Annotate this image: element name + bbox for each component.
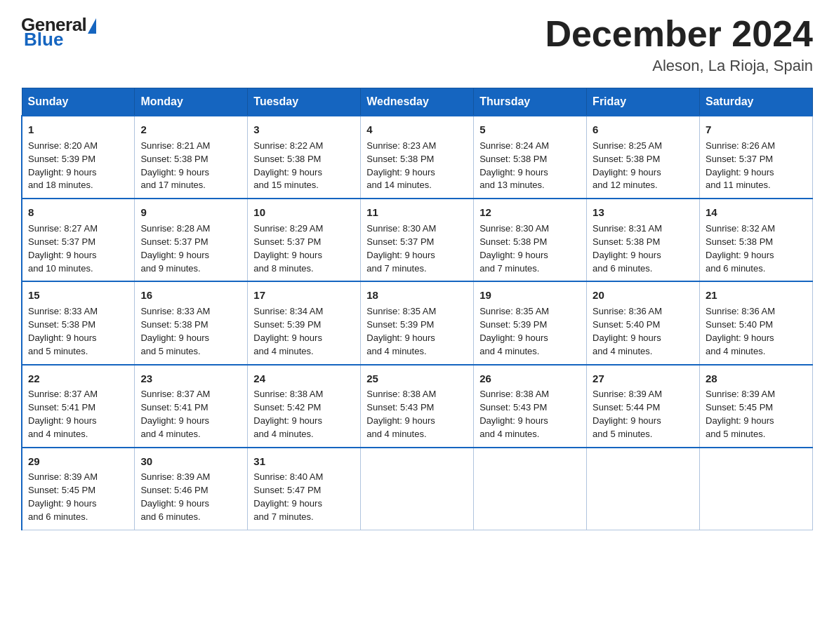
calendar-week-row: 8Sunrise: 8:27 AMSunset: 5:37 PMDaylight… [22,199,813,281]
day-info: Sunrise: 8:28 AMSunset: 5:37 PMDaylight:… [140,223,210,274]
day-info: Sunrise: 8:36 AMSunset: 5:40 PMDaylight:… [593,306,662,356]
column-header-monday: Monday [135,88,248,116]
day-info: Sunrise: 8:26 AMSunset: 5:37 PMDaylight:… [706,140,775,191]
day-info: Sunrise: 8:30 AMSunset: 5:37 PMDaylight:… [366,223,436,274]
day-info: Sunrise: 8:37 AMSunset: 5:41 PMDaylight:… [28,389,98,439]
day-info: Sunrise: 8:37 AMSunset: 5:41 PMDaylight:… [140,389,210,439]
calendar-cell: 1Sunrise: 8:20 AMSunset: 5:39 PMDaylight… [22,116,135,199]
calendar-week-row: 22Sunrise: 8:37 AMSunset: 5:41 PMDayligh… [22,365,813,448]
month-title: December 2024 [545,14,813,54]
calendar-cell: 22Sunrise: 8:37 AMSunset: 5:41 PMDayligh… [22,365,135,448]
calendar-table: SundayMondayTuesdayWednesdayThursdayFrid… [21,88,813,530]
calendar-cell: 19Sunrise: 8:35 AMSunset: 5:39 PMDayligh… [474,281,587,364]
calendar-cell: 8Sunrise: 8:27 AMSunset: 5:37 PMDaylight… [22,199,135,281]
calendar-cell: 7Sunrise: 8:26 AMSunset: 5:37 PMDaylight… [700,116,813,199]
day-number: 25 [366,371,468,387]
day-number: 13 [593,205,694,220]
day-number: 10 [253,205,355,220]
day-number: 16 [140,288,241,303]
day-info: Sunrise: 8:38 AMSunset: 5:42 PMDaylight:… [253,389,323,439]
column-header-tuesday: Tuesday [248,88,361,116]
calendar-cell: 14Sunrise: 8:32 AMSunset: 5:38 PMDayligh… [700,199,813,281]
day-number: 31 [253,454,355,469]
day-number: 23 [140,371,241,387]
column-header-wednesday: Wednesday [361,88,474,116]
page-header: General Blue December 2024 Aleson, La Ri… [21,14,813,75]
calendar-cell: 13Sunrise: 8:31 AMSunset: 5:38 PMDayligh… [587,199,700,281]
calendar-cell: 31Sunrise: 8:40 AMSunset: 5:47 PMDayligh… [248,448,361,530]
calendar-week-row: 1Sunrise: 8:20 AMSunset: 5:39 PMDaylight… [22,116,813,199]
day-info: Sunrise: 8:22 AMSunset: 5:38 PMDaylight:… [253,140,323,191]
logo: General Blue [21,14,96,51]
calendar-cell: 18Sunrise: 8:35 AMSunset: 5:39 PMDayligh… [361,281,474,364]
day-number: 26 [479,371,581,387]
calendar-cell: 5Sunrise: 8:24 AMSunset: 5:38 PMDaylight… [474,116,587,199]
calendar-cell: 25Sunrise: 8:38 AMSunset: 5:43 PMDayligh… [361,365,474,448]
calendar-cell [700,448,813,530]
column-header-friday: Friday [587,88,700,116]
calendar-cell: 24Sunrise: 8:38 AMSunset: 5:42 PMDayligh… [248,365,361,448]
day-number: 27 [593,371,694,387]
day-number: 4 [366,122,468,137]
day-number: 19 [479,288,581,303]
day-number: 1 [28,122,128,137]
day-info: Sunrise: 8:38 AMSunset: 5:43 PMDaylight:… [366,389,436,439]
calendar-cell: 26Sunrise: 8:38 AMSunset: 5:43 PMDayligh… [474,365,587,448]
day-number: 20 [593,288,694,303]
calendar-cell: 29Sunrise: 8:39 AMSunset: 5:45 PMDayligh… [22,448,135,530]
location: Aleson, La Rioja, Spain [545,57,813,75]
day-info: Sunrise: 8:31 AMSunset: 5:38 PMDaylight:… [593,223,662,274]
calendar-cell: 21Sunrise: 8:36 AMSunset: 5:40 PMDayligh… [700,281,813,364]
day-info: Sunrise: 8:35 AMSunset: 5:39 PMDaylight:… [479,306,549,356]
calendar-cell: 12Sunrise: 8:30 AMSunset: 5:38 PMDayligh… [474,199,587,281]
day-info: Sunrise: 8:24 AMSunset: 5:38 PMDaylight:… [479,140,549,191]
day-info: Sunrise: 8:39 AMSunset: 5:45 PMDaylight:… [28,471,98,522]
day-info: Sunrise: 8:33 AMSunset: 5:38 PMDaylight:… [28,306,98,356]
day-info: Sunrise: 8:39 AMSunset: 5:45 PMDaylight:… [706,389,775,439]
day-number: 12 [479,205,581,220]
day-number: 7 [706,122,807,137]
day-number: 2 [140,122,241,137]
day-info: Sunrise: 8:39 AMSunset: 5:44 PMDaylight:… [593,389,662,439]
day-info: Sunrise: 8:30 AMSunset: 5:38 PMDaylight:… [479,223,549,274]
day-info: Sunrise: 8:23 AMSunset: 5:38 PMDaylight:… [366,140,436,191]
day-number: 9 [140,205,241,220]
calendar-cell: 2Sunrise: 8:21 AMSunset: 5:38 PMDaylight… [135,116,248,199]
day-info: Sunrise: 8:29 AMSunset: 5:37 PMDaylight:… [253,223,323,274]
day-number: 8 [28,205,128,220]
day-info: Sunrise: 8:38 AMSunset: 5:43 PMDaylight:… [479,389,549,439]
day-number: 5 [479,122,581,137]
calendar-cell: 9Sunrise: 8:28 AMSunset: 5:37 PMDaylight… [135,199,248,281]
day-info: Sunrise: 8:27 AMSunset: 5:37 PMDaylight:… [28,223,98,274]
calendar-cell: 27Sunrise: 8:39 AMSunset: 5:44 PMDayligh… [587,365,700,448]
day-info: Sunrise: 8:35 AMSunset: 5:39 PMDaylight:… [366,306,436,356]
day-number: 29 [28,454,128,469]
calendar-week-row: 15Sunrise: 8:33 AMSunset: 5:38 PMDayligh… [22,281,813,364]
day-number: 3 [253,122,355,137]
day-number: 24 [253,371,355,387]
calendar-cell: 11Sunrise: 8:30 AMSunset: 5:37 PMDayligh… [361,199,474,281]
logo-blue-text: Blue [24,29,63,51]
calendar-cell: 20Sunrise: 8:36 AMSunset: 5:40 PMDayligh… [587,281,700,364]
day-info: Sunrise: 8:33 AMSunset: 5:38 PMDaylight:… [140,306,210,356]
calendar-cell: 16Sunrise: 8:33 AMSunset: 5:38 PMDayligh… [135,281,248,364]
calendar-cell [474,448,587,530]
column-header-sunday: Sunday [22,88,135,116]
calendar-cell: 28Sunrise: 8:39 AMSunset: 5:45 PMDayligh… [700,365,813,448]
day-info: Sunrise: 8:25 AMSunset: 5:38 PMDaylight:… [593,140,662,191]
calendar-cell [361,448,474,530]
calendar-cell: 17Sunrise: 8:34 AMSunset: 5:39 PMDayligh… [248,281,361,364]
day-info: Sunrise: 8:34 AMSunset: 5:39 PMDaylight:… [253,306,323,356]
day-info: Sunrise: 8:36 AMSunset: 5:40 PMDaylight:… [706,306,775,356]
day-info: Sunrise: 8:20 AMSunset: 5:39 PMDaylight:… [28,140,98,191]
column-header-thursday: Thursday [474,88,587,116]
calendar-cell [587,448,700,530]
day-number: 22 [28,371,128,387]
day-info: Sunrise: 8:32 AMSunset: 5:38 PMDaylight:… [706,223,775,274]
title-section: December 2024 Aleson, La Rioja, Spain [545,14,813,75]
logo-triangle-icon [88,18,96,34]
calendar-week-row: 29Sunrise: 8:39 AMSunset: 5:45 PMDayligh… [22,448,813,530]
day-number: 15 [28,288,128,303]
day-number: 30 [140,454,241,469]
calendar-cell: 23Sunrise: 8:37 AMSunset: 5:41 PMDayligh… [135,365,248,448]
